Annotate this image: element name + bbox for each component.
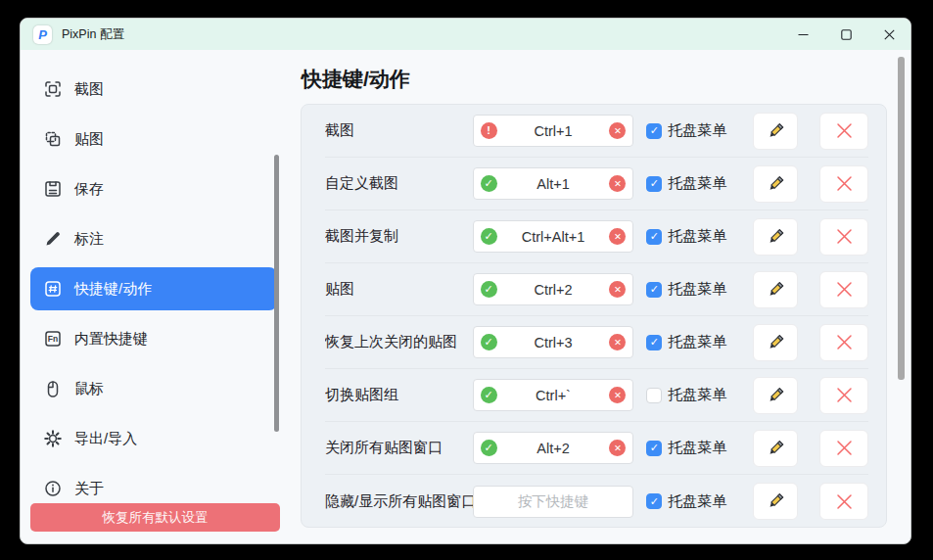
window-controls bbox=[781, 19, 910, 50]
pencil-icon bbox=[43, 229, 63, 249]
tray-menu-checkbox[interactable]: ✓ bbox=[646, 176, 662, 192]
info-icon bbox=[43, 479, 63, 498]
restore-defaults-button[interactable]: 恢复所有默认设置 bbox=[30, 503, 280, 532]
sidebar-item-annotate[interactable]: 标注 bbox=[30, 217, 277, 260]
action-label: 关闭所有贴图窗口 bbox=[325, 439, 473, 457]
clear-hotkey-icon[interactable]: ✕ bbox=[609, 387, 626, 403]
tray-menu-label: 托盘菜单 bbox=[668, 492, 727, 511]
delete-x-icon bbox=[835, 492, 854, 511]
minimize-icon bbox=[798, 29, 809, 40]
sidebar-item-label: 截图 bbox=[74, 80, 104, 99]
tray-menu-label: 托盘菜单 bbox=[668, 174, 727, 193]
tray-menu-checkbox[interactable]: ✓ bbox=[646, 123, 662, 139]
clear-hotkey-icon[interactable]: ✕ bbox=[609, 175, 626, 192]
edit-hotkey-button[interactable] bbox=[753, 430, 799, 467]
clear-hotkey-icon[interactable]: ✕ bbox=[609, 281, 626, 298]
screenshot-background: P PixPin 配置 bbox=[0, 0, 933, 560]
delete-hotkey-button[interactable] bbox=[819, 430, 868, 467]
hotkey-input[interactable]: ✓Ctrl+Alt+1✕ bbox=[473, 220, 634, 253]
hotkey-row: 关闭所有贴图窗口✓Alt+2✕✓托盘菜单 bbox=[325, 422, 868, 475]
gear-icon bbox=[43, 429, 63, 448]
delete-hotkey-button[interactable] bbox=[819, 113, 868, 150]
hotkey-input[interactable]: ✓Ctrl+2✕ bbox=[473, 273, 634, 305]
sidebar-item-pin-image[interactable]: 贴图 bbox=[30, 117, 277, 161]
main-scrollbar[interactable] bbox=[898, 57, 905, 380]
sidebar-item-hotkeys[interactable]: 快捷键/动作 bbox=[30, 267, 277, 310]
maximize-button[interactable] bbox=[824, 19, 867, 50]
edit-hotkey-button[interactable] bbox=[753, 271, 799, 308]
hotkey-row: 切换贴图组✓Ctrl+`✕✓托盘菜单 bbox=[325, 369, 868, 422]
sidebar-item-mouse[interactable]: 鼠标 bbox=[30, 367, 277, 410]
fn-key-icon: Fn bbox=[43, 329, 63, 349]
hotkey-row: 恢复上次关闭的贴图✓Ctrl+3✕✓托盘菜单 bbox=[325, 316, 868, 369]
edit-hotkey-button[interactable] bbox=[753, 113, 799, 150]
hotkey-status-ok-icon: ✓ bbox=[481, 228, 497, 245]
hotkey-status-ok-icon: ✓ bbox=[481, 334, 497, 350]
delete-hotkey-button[interactable] bbox=[819, 218, 868, 256]
edit-hotkey-button[interactable] bbox=[753, 377, 799, 414]
clear-hotkey-icon[interactable]: ✕ bbox=[609, 228, 626, 245]
clear-hotkey-icon[interactable]: ✕ bbox=[609, 440, 626, 456]
delete-x-icon bbox=[835, 121, 854, 140]
delete-hotkey-button[interactable] bbox=[819, 377, 868, 414]
tray-menu-checkbox[interactable]: ✓ bbox=[646, 229, 662, 245]
hotkey-status-ok-icon: ✓ bbox=[481, 281, 497, 298]
sidebar-item-builtin-hotkeys[interactable]: Fn内置快捷键 bbox=[30, 317, 277, 360]
pixpin-settings-window: P PixPin 配置 bbox=[20, 18, 911, 544]
tray-menu-checkbox[interactable]: ✓ bbox=[646, 441, 662, 456]
hotkey-input[interactable]: 按下快捷键 bbox=[473, 486, 634, 518]
hotkey-input[interactable]: ✓Alt+2✕ bbox=[473, 432, 634, 464]
action-label: 截图 bbox=[325, 121, 473, 140]
tray-menu-checkbox[interactable]: ✓ bbox=[646, 335, 662, 350]
hotkey-status-ok-icon: ✓ bbox=[481, 175, 497, 192]
action-label: 隐藏/显示所有贴图窗口 bbox=[325, 492, 473, 511]
sidebar-item-screenshot[interactable]: 截图 bbox=[30, 68, 277, 111]
hotkey-input[interactable]: ✓Ctrl+`✕ bbox=[473, 379, 634, 411]
close-button[interactable] bbox=[867, 19, 910, 50]
delete-hotkey-button[interactable] bbox=[819, 324, 868, 361]
sidebar-scrollbar[interactable] bbox=[274, 155, 279, 432]
edit-pencil-icon bbox=[765, 385, 786, 406]
sidebar-item-label: 导出/导入 bbox=[74, 430, 137, 448]
edit-pencil-icon bbox=[765, 173, 786, 195]
delete-hotkey-button[interactable] bbox=[819, 271, 868, 308]
hotkey-value: Ctrl+2 bbox=[497, 282, 610, 298]
mouse-icon bbox=[43, 379, 63, 398]
clear-hotkey-icon[interactable]: ✕ bbox=[609, 122, 626, 139]
minimize-button[interactable] bbox=[781, 19, 824, 50]
edit-pencil-icon bbox=[765, 332, 786, 353]
sidebar-item-label: 保存 bbox=[74, 180, 104, 199]
edit-hotkey-button[interactable] bbox=[753, 483, 799, 520]
maximize-icon bbox=[841, 29, 852, 40]
tray-menu-checkbox[interactable]: ✓ bbox=[646, 282, 662, 298]
hotkey-status-ok-icon: ✓ bbox=[481, 440, 497, 456]
hotkey-list-panel: 截图!Ctrl+1✕✓托盘菜单自定义截图✓Alt+1✕✓托盘菜单截图并复制✓Ct… bbox=[301, 104, 887, 528]
delete-hotkey-button[interactable] bbox=[819, 165, 868, 203]
hotkey-placeholder: 按下快捷键 bbox=[481, 492, 627, 511]
edit-hotkey-button[interactable] bbox=[753, 218, 799, 256]
svg-text:Fn: Fn bbox=[48, 334, 58, 344]
hotkey-row: 截图!Ctrl+1✕✓托盘菜单 bbox=[325, 105, 868, 158]
sidebar-item-save[interactable]: 保存 bbox=[30, 167, 277, 210]
hotkey-input[interactable]: ✓Ctrl+3✕ bbox=[473, 326, 634, 358]
hash-icon bbox=[43, 279, 63, 299]
sidebar: 截图贴图保存标注快捷键/动作Fn内置快捷键鼠标导出/导入关于 恢复所有默认设置 bbox=[21, 50, 283, 543]
clear-hotkey-icon[interactable]: ✕ bbox=[609, 334, 626, 350]
hotkey-input[interactable]: ✓Alt+1✕ bbox=[473, 167, 634, 200]
tray-menu-label: 托盘菜单 bbox=[668, 227, 727, 246]
action-label: 贴图 bbox=[325, 280, 473, 299]
pin-image-icon bbox=[43, 129, 63, 149]
edit-hotkey-button[interactable] bbox=[753, 324, 799, 361]
tray-menu-checkbox[interactable]: ✓ bbox=[646, 493, 662, 509]
sidebar-item-label: 快捷键/动作 bbox=[74, 280, 152, 299]
sidebar-item-import-export[interactable]: 导出/导入 bbox=[30, 417, 277, 460]
action-label: 截图并复制 bbox=[325, 227, 473, 246]
delete-x-icon bbox=[835, 386, 854, 404]
delete-hotkey-button[interactable] bbox=[819, 483, 868, 520]
hotkey-input[interactable]: !Ctrl+1✕ bbox=[473, 115, 634, 147]
tray-menu-checkbox[interactable]: ✓ bbox=[646, 388, 662, 403]
edit-hotkey-button[interactable] bbox=[753, 165, 799, 203]
action-label: 恢复上次关闭的贴图 bbox=[325, 333, 473, 351]
sidebar-item-label: 标注 bbox=[74, 230, 104, 249]
hotkey-value: Ctrl+3 bbox=[497, 335, 610, 350]
